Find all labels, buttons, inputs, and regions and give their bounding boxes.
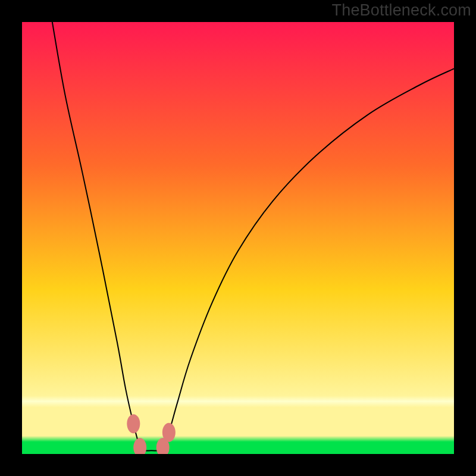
gradient-background: [22, 22, 454, 454]
chart-svg: [22, 22, 454, 454]
curve-marker: [127, 414, 140, 433]
watermark-text: TheBottleneck.com: [331, 1, 471, 20]
chart-container: TheBottleneck.com: [0, 0, 476, 476]
plot-area: [22, 22, 454, 454]
curve-marker: [162, 423, 176, 442]
